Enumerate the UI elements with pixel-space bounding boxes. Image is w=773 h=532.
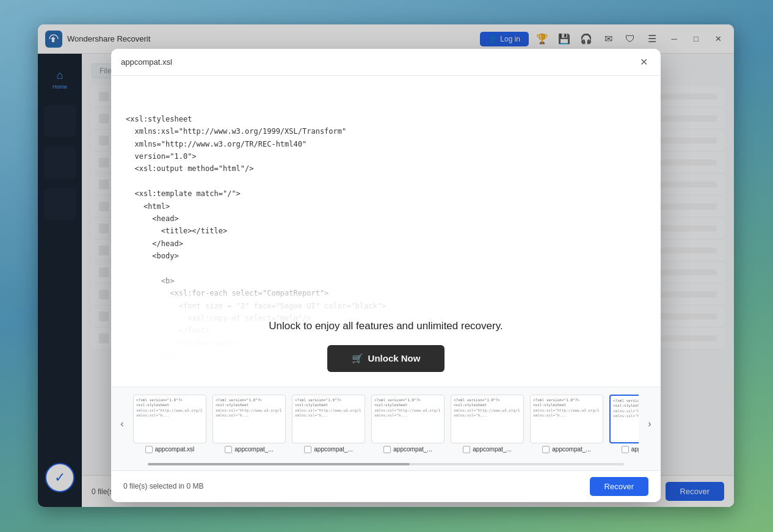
thumbnail-scrollbar-container [111, 461, 661, 470]
thumbnail-name: appcompat_... [473, 446, 511, 453]
cart-icon: 🛒 [352, 353, 363, 364]
thumbnail-label-row: appcompat_... [225, 446, 273, 453]
thumbnail-preview[interactable]: <?xml version="1.0"?> <xsl:stylesheet xm… [530, 395, 603, 443]
unlock-label: Unlock Now [368, 353, 421, 363]
dialog-status-text: 0 file(s) selected in 0 MB [123, 482, 203, 490]
thumbnails-container: <?xml version="1.0"?> <xsl:stylesheet xm… [133, 395, 639, 453]
thumbnail-item: <?xml version="1.0"?> <xsl:stylesheet xm… [451, 395, 524, 453]
thumbnail-label-row: appcompat.xsl [622, 446, 639, 453]
dialog-header: appcompat.xsl ✕ [111, 49, 661, 76]
dialog-recover-button[interactable]: Recover [590, 477, 648, 496]
thumbnail-label-row: appcompat_... [383, 446, 432, 453]
dialog-title: appcompat.xsl [121, 57, 172, 67]
modal-overlay: appcompat.xsl ✕ <xsl:stylesheet xmlns:xs… [38, 24, 734, 507]
thumbnail-checkbox[interactable] [463, 446, 470, 453]
thumbnails-next-button[interactable]: › [639, 418, 661, 429]
preview-content: <xsl:stylesheet xmlns:xsl="http://www.w3… [111, 76, 661, 387]
thumbnail-checkbox[interactable] [542, 446, 550, 453]
thumbnail-name: appcompat_... [393, 446, 432, 453]
thumbnail-scrollbar[interactable] [148, 463, 624, 465]
paywall-message: Unlock to enjoy all features and unlimit… [269, 318, 503, 335]
thumbnail-label-row: appcompat_... [463, 446, 511, 453]
thumbnail-item-selected: <?xml version="1.0"?> <xsl:stylesheet xm… [609, 395, 639, 453]
thumbnail-checkbox[interactable] [225, 446, 232, 453]
thumbnail-checkbox[interactable] [622, 446, 629, 453]
thumbnail-checkbox[interactable] [145, 446, 153, 453]
thumbnail-item: <?xml version="1.0"?> <xsl:stylesheet xm… [212, 395, 286, 453]
thumbnail-name: appcompat_... [234, 446, 273, 453]
thumbnail-preview[interactable]: <?xml version="1.0"?> <xsl:stylesheet xm… [133, 395, 206, 443]
app-window: Wondershare Recoverit 👤 Log in 🏆 💾 🎧 ✉ 🛡… [38, 24, 734, 507]
thumbnail-label-row: appcompat_... [304, 446, 352, 453]
dialog-close-button[interactable]: ✕ [636, 55, 651, 70]
thumbnail-item: <?xml version="1.0"?> <xsl:stylesheet xm… [292, 395, 365, 453]
thumbnail-label-row: appcompat_... [542, 446, 590, 453]
thumbnail-item: <?xml version="1.0"?> <xsl:stylesheet xm… [371, 395, 445, 453]
thumbnail-name: appcompat_... [314, 446, 352, 453]
thumbnail-preview[interactable]: <?xml version="1.0"?> <xsl:stylesheet xm… [212, 395, 286, 443]
thumbnail-name: appcompat_... [552, 446, 590, 453]
thumbnail-preview[interactable]: <?xml version="1.0"?> <xsl:stylesheet xm… [292, 395, 365, 443]
thumbnail-scrollbar-handle [148, 463, 410, 465]
thumbnail-preview-selected[interactable]: <?xml version="1.0"?> <xsl:stylesheet xm… [609, 395, 639, 443]
thumbnail-item: <?xml version="1.0"?> <xsl:stylesheet xm… [133, 395, 206, 453]
dialog-bottom-bar: 0 file(s) selected in 0 MB Recover [111, 470, 661, 502]
thumbnails-strip: ‹ <?xml version="1.0"?> <xsl:stylesheet … [111, 387, 661, 461]
thumbnails-prev-button[interactable]: ‹ [111, 418, 133, 429]
unlock-now-button[interactable]: 🛒 Unlock Now [327, 345, 445, 372]
paywall-overlay: Unlock to enjoy all features and unlimit… [111, 264, 661, 387]
thumbnail-checkbox[interactable] [304, 446, 311, 453]
thumbnail-preview[interactable]: <?xml version="1.0"?> <xsl:stylesheet xm… [371, 395, 445, 443]
thumbnail-preview[interactable]: <?xml version="1.0"?> <xsl:stylesheet xm… [451, 395, 524, 443]
thumbnail-label-row: appcompat.xsl [145, 446, 194, 453]
thumbnail-name: appcompat.xsl [155, 446, 194, 453]
thumbnail-checkbox[interactable] [383, 446, 391, 453]
thumbnail-item: <?xml version="1.0"?> <xsl:stylesheet xm… [530, 395, 603, 453]
preview-dialog: appcompat.xsl ✕ <xsl:stylesheet xmlns:xs… [111, 49, 661, 502]
thumbnail-name: appcompat.xsl [631, 446, 639, 453]
